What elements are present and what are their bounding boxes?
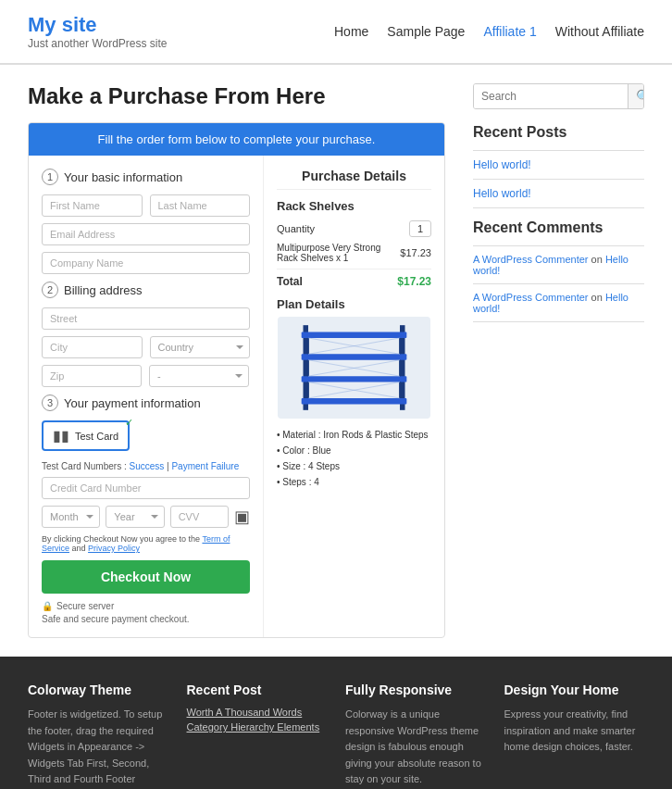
purchase-section-title: Purchase Details	[277, 169, 431, 190]
footer-col-colorway: Colorway Theme Footer is widgetized. To …	[28, 683, 168, 789]
svg-rect-6	[302, 398, 407, 404]
comment-item-2: A WordPress Commenter on Hello world!	[473, 292, 644, 314]
search-input[interactable]	[474, 84, 628, 108]
city-input[interactable]	[42, 336, 143, 358]
recent-comments-title: Recent Comments	[473, 219, 644, 236]
quantity-row: Quantity 1	[277, 220, 431, 237]
total-label: Total	[277, 275, 303, 288]
main-wrapper: Make a Purchase From Here Fill the order…	[0, 65, 672, 657]
zip-extra-select[interactable]: -	[149, 365, 249, 387]
footer-col-design: Design Your Home Express your creativity…	[504, 683, 645, 789]
cc-number-input[interactable]	[42, 477, 250, 499]
nav-affiliate1[interactable]: Affiliate 1	[483, 24, 536, 39]
plan-features: Material : Iron Rods & Plastic Steps Col…	[277, 427, 431, 490]
section3-num: 3	[42, 394, 58, 411]
search-box: 🔍	[473, 83, 644, 109]
last-name-input[interactable]	[150, 194, 251, 217]
nav-home[interactable]: Home	[334, 24, 368, 39]
site-header: My site Just another WordPress site Home…	[0, 0, 672, 64]
footer-col-recent-post: Recent Post Worth A Thousand Words Categ…	[187, 683, 328, 789]
year-select[interactable]: Year	[106, 506, 164, 528]
test-card-btn[interactable]: ▮▮ Test Card ✓	[42, 420, 130, 451]
section2-label: Billing address	[64, 283, 143, 297]
post-divider-2	[473, 207, 644, 208]
recent-comments-divider	[473, 245, 644, 246]
recent-posts-title: Recent Posts	[473, 124, 644, 141]
product-name: Rack Shelves	[277, 199, 431, 213]
shelf-image	[277, 317, 431, 419]
comment-divider-1	[473, 283, 644, 284]
footer-col1-text: Footer is widgetized. To setup the foote…	[28, 707, 168, 789]
search-button[interactable]: 🔍	[628, 84, 644, 108]
section3-label: Your payment information	[64, 396, 201, 410]
section2-num: 2	[42, 282, 58, 298]
recent-post-2[interactable]: Hello world!	[473, 187, 644, 200]
email-input[interactable]	[42, 223, 250, 245]
checkout-body: 1 Your basic information	[29, 156, 444, 637]
checkout-form: 1 Your basic information	[29, 156, 264, 637]
country-select[interactable]: Country	[150, 336, 251, 358]
secure-text-small: Safe and secure payment checkout.	[42, 614, 250, 624]
success-link[interactable]: Success	[129, 461, 164, 471]
site-title: My site	[28, 13, 168, 37]
checkout-button[interactable]: Checkout Now	[42, 560, 250, 594]
footer-col3-title: Fully Responsive	[345, 683, 486, 697]
section1-title: 1 Your basic information	[42, 169, 250, 185]
city-country-row: Country	[42, 336, 250, 358]
product-price: $17.23	[400, 247, 431, 258]
email-row	[42, 223, 250, 245]
post-divider-1	[473, 179, 644, 180]
comment-divider-2	[473, 321, 644, 322]
feature-steps: Steps : 4	[277, 474, 431, 490]
section1-label: Your basic information	[64, 170, 182, 184]
footer-col1-title: Colorway Theme	[28, 683, 168, 697]
quantity-label: Quantity	[277, 223, 315, 234]
nav-sample-page[interactable]: Sample Page	[387, 24, 465, 39]
sidebar: 🔍 Recent Posts Hello world! Hello world!…	[473, 83, 644, 638]
quantity-value: 1	[409, 220, 431, 237]
checkout-box: Fill the order form below to complete yo…	[28, 122, 445, 638]
footer-post-link2[interactable]: Category Hierarchy Elements	[187, 721, 328, 733]
content-area: Make a Purchase From Here Fill the order…	[28, 83, 445, 638]
section1-num: 1	[42, 169, 58, 185]
card-numbers: Test Card Numbers : Success | Payment Fa…	[42, 461, 250, 471]
cvv-input[interactable]	[170, 506, 229, 528]
card-chip-icon: ▣	[234, 506, 250, 528]
purchase-details: Purchase Details Rack Shelves Quantity 1…	[264, 156, 444, 637]
zip-row: -	[42, 365, 250, 387]
svg-rect-3	[302, 332, 407, 338]
site-branding: My site Just another WordPress site	[28, 13, 168, 50]
footer-post-link1[interactable]: Worth A Thousand Words	[187, 707, 328, 718]
comment-author-1[interactable]: A WordPress Commenter	[473, 254, 589, 265]
recent-post-1[interactable]: Hello world!	[473, 158, 644, 171]
street-input[interactable]	[42, 307, 250, 330]
comment-author-2[interactable]: A WordPress Commenter	[473, 292, 589, 303]
footer-col-responsive: Fully Responsive Colorway is a unique re…	[345, 683, 486, 789]
recent-posts-divider	[473, 150, 644, 151]
secure-label: Secure server	[56, 601, 114, 611]
footer-widgets: Colorway Theme Footer is widgetized. To …	[0, 657, 672, 789]
feature-material: Material : Iron Rods & Plastic Steps	[277, 427, 431, 443]
terms-text: By clicking Checkout Now you agree to th…	[42, 534, 250, 553]
feature-color: Color : Blue	[277, 443, 431, 458]
cc-number-row	[42, 477, 250, 499]
product-line: Multipurpose Very Strong Rack Shelves x …	[277, 243, 400, 263]
payment-failure-link[interactable]: Payment Failure	[171, 461, 239, 471]
check-badge: ✓	[125, 417, 133, 429]
total-price: $17.23	[397, 275, 431, 288]
footer-col2-title: Recent Post	[187, 683, 328, 697]
month-select[interactable]: Month	[42, 506, 100, 528]
main-nav: Home Sample Page Affiliate 1 Without Aff…	[334, 24, 644, 39]
street-row	[42, 307, 250, 330]
company-input[interactable]	[42, 252, 250, 274]
section2-title: 2 Billing address	[42, 282, 250, 298]
first-name-input[interactable]	[42, 194, 143, 217]
payment-row: Month Year ▣	[42, 506, 250, 528]
company-row	[42, 252, 250, 274]
nav-without-affiliate[interactable]: Without Affiliate	[555, 24, 644, 39]
product-price-row: Multipurpose Very Strong Rack Shelves x …	[277, 243, 431, 263]
privacy-link[interactable]: Privacy Policy	[88, 544, 140, 553]
zip-input[interactable]	[42, 365, 142, 387]
svg-rect-5	[302, 376, 407, 382]
lock-icon: 🔒	[42, 601, 53, 611]
